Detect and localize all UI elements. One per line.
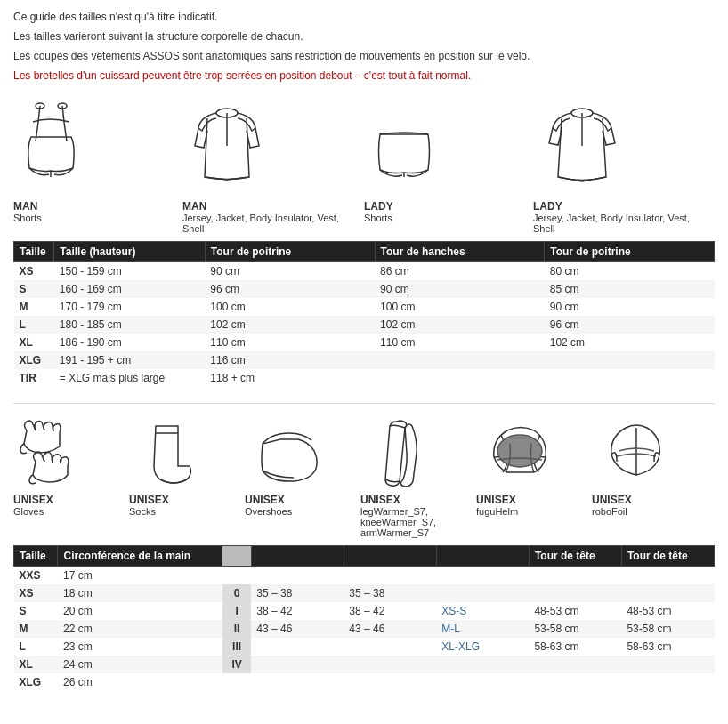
- height-cell: 150 - 159 cm: [54, 262, 206, 281]
- warmers-cell: [436, 673, 529, 691]
- overshoes-type: Overshoes: [245, 506, 292, 517]
- overshoes-cell: 38 – 42: [344, 602, 436, 620]
- intro-line1: Ce guide des tailles n'est qu'à titre in…: [13, 9, 715, 25]
- warmers-cell: [436, 656, 529, 673]
- size-table-1: Taille Taille (hauteur) Tour de poitrine…: [13, 241, 715, 387]
- hand-cell: 18 cm: [58, 584, 222, 602]
- hand-cell: 26 cm: [58, 673, 222, 691]
- col-taille: Taille: [14, 242, 54, 262]
- col2-roman: [222, 546, 251, 567]
- table-row: M 170 - 179 cm 100 cm 100 cm 90 cm: [14, 298, 715, 316]
- helm-cell: [529, 656, 621, 673]
- chest-lady-cell: 96 cm: [545, 316, 715, 334]
- section-divider: [13, 403, 715, 404]
- warmers-icon: [360, 417, 449, 488]
- chest-lady-cell: 102 cm: [545, 334, 715, 351]
- man-shorts-gender: MAN: [13, 200, 37, 213]
- col2-helm: Tour de tête: [529, 546, 621, 567]
- gloves-type: Gloves: [13, 506, 44, 517]
- warmers-cell: M-L: [436, 620, 529, 638]
- accessories-icons-row: UNISEX Gloves UNISEX Socks: [13, 417, 715, 538]
- chest-lady-cell: 80 cm: [545, 262, 715, 281]
- table-row: M 22 cm II 43 – 46 43 – 46 M-L 53-58 cm …: [14, 620, 715, 638]
- height-cell: 170 - 179 cm: [54, 298, 206, 316]
- size-cell: XXS: [14, 567, 58, 585]
- overshoes-cell: [344, 638, 436, 656]
- chest-man-cell: 96 cm: [205, 280, 375, 298]
- hips-lady-cell: 102 cm: [375, 316, 545, 334]
- table-row: XLG 26 cm: [14, 673, 715, 691]
- size-table-2: Taille Circonférence de la main Tour de …: [13, 545, 715, 691]
- gloves-gender: UNISEX: [13, 494, 53, 506]
- hand-cell: 23 cm: [58, 638, 222, 656]
- lady-jersey-item: LADY Jersey, Jacket, Body Insulator, Ves…: [533, 97, 715, 234]
- socks-cell: [251, 638, 344, 656]
- table-row: TIR = XLG mais plus large 118 + cm: [14, 369, 715, 387]
- robo-cell: [621, 567, 714, 585]
- robofoil-gender: UNISEX: [592, 494, 632, 506]
- hand-cell: 17 cm: [58, 567, 222, 585]
- roman-cell: [222, 567, 251, 585]
- roman-cell: [222, 673, 251, 691]
- overshoes-cell: 35 – 38: [344, 584, 436, 602]
- overshoes-item: UNISEX Overshoes: [245, 417, 360, 517]
- col2-socks: [251, 546, 344, 567]
- roman-cell: I: [222, 602, 251, 620]
- chest-man-cell: 110 cm: [205, 334, 375, 351]
- robo-cell: [621, 673, 714, 691]
- height-cell: = XLG mais plus large: [54, 369, 206, 387]
- size-cell: S: [14, 602, 58, 620]
- col2-warmers: [436, 546, 529, 567]
- chest-man-cell: 116 cm: [205, 351, 375, 369]
- gloves-icon: [13, 417, 93, 488]
- man-shorts-icon: [13, 97, 93, 195]
- clothing-icons-row: MAN Shorts: [13, 97, 715, 234]
- lady-jersey-icon: [533, 97, 631, 195]
- robo-cell: [621, 584, 714, 602]
- warmers-cell: [436, 584, 529, 602]
- man-jersey-item: MAN Jersey, Jacket, Body Insulator, Vest…: [182, 97, 364, 234]
- fuguhelm-icon: [476, 417, 565, 488]
- helm-cell: 58-63 cm: [529, 638, 621, 656]
- col-hauteur: Taille (hauteur): [54, 242, 206, 262]
- robo-cell: 48-53 cm: [621, 602, 714, 620]
- intro-line3: Les coupes des vêtements ASSOS sont anat…: [13, 48, 715, 64]
- size-cell: S: [14, 280, 54, 298]
- helm-cell: [529, 673, 621, 691]
- table-row: S 160 - 169 cm 96 cm 90 cm 85 cm: [14, 280, 715, 298]
- size-cell: L: [14, 316, 54, 334]
- fuguhelm-gender: UNISEX: [476, 494, 516, 506]
- man-jersey-icon: [182, 97, 271, 195]
- lady-shorts-icon: [364, 97, 444, 195]
- size-cell: XL: [14, 656, 58, 673]
- socks-cell: 43 – 46: [251, 620, 344, 638]
- hips-lady-cell: 90 cm: [375, 280, 545, 298]
- col-poitrine-man: Tour de poitrine: [205, 242, 375, 262]
- table-row: XL 186 - 190 cm 110 cm 110 cm 102 cm: [14, 334, 715, 351]
- robofoil-type: roboFoil: [592, 506, 627, 517]
- size-cell: XS: [14, 262, 54, 281]
- size-cell: XLG: [14, 673, 58, 691]
- chest-man-cell: 100 cm: [205, 298, 375, 316]
- table-row: XS 150 - 159 cm 90 cm 86 cm 80 cm: [14, 262, 715, 281]
- robofoil-icon: [592, 417, 681, 488]
- chest-man-cell: 118 + cm: [205, 369, 375, 387]
- col-hanches: Tour de hanches: [375, 242, 545, 262]
- roman-cell: II: [222, 620, 251, 638]
- table-row: L 180 - 185 cm 102 cm 102 cm 96 cm: [14, 316, 715, 334]
- height-cell: 186 - 190 cm: [54, 334, 206, 351]
- socks-cell: [251, 567, 344, 585]
- table-row: S 20 cm I 38 – 42 38 – 42 XS-S 48-53 cm …: [14, 602, 715, 620]
- size-cell: XS: [14, 584, 58, 602]
- col2-overshoes: [344, 546, 436, 567]
- warmers-item: UNISEX legWarmer_S7, kneeWarmer_S7, armW…: [360, 417, 476, 538]
- height-cell: 180 - 185 cm: [54, 316, 206, 334]
- helm-cell: 53-58 cm: [529, 620, 621, 638]
- roman-cell: IV: [222, 656, 251, 673]
- chest-lady-cell: [545, 369, 715, 387]
- size-cell: XL: [14, 334, 54, 351]
- man-shorts-item: MAN Shorts: [13, 97, 182, 223]
- overshoes-cell: [344, 567, 436, 585]
- height-cell: 160 - 169 cm: [54, 280, 206, 298]
- hips-lady-cell: [375, 369, 545, 387]
